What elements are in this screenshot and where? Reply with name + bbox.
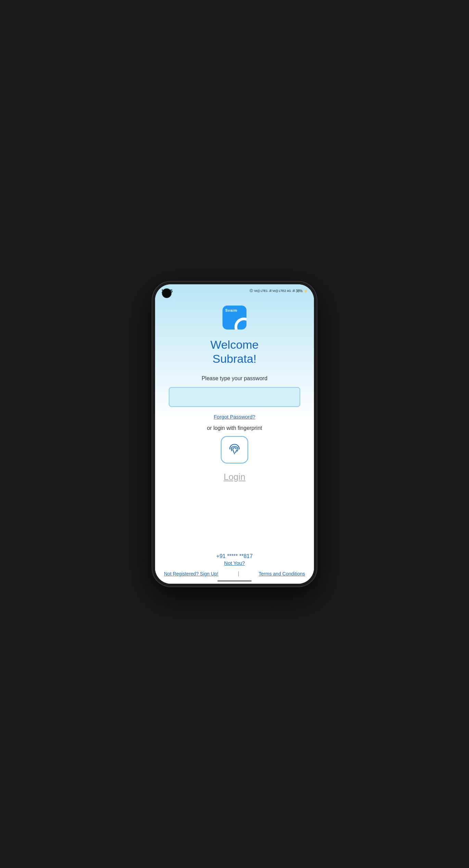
password-input[interactable] (169, 387, 300, 407)
welcome-title: Welcome Subrata! (210, 338, 258, 366)
welcome-line2: Subrata! (210, 352, 258, 366)
login-button[interactable]: Login (224, 472, 245, 482)
fingerprint-label: or login with fingerprint (207, 425, 262, 431)
app-screen: 13:05 Ⓒ Vo)) LTE1 .ill Vo)) LTE2 4G .ill… (155, 284, 314, 584)
bottom-divider: | (238, 571, 239, 577)
phone-screen: 13:05 Ⓒ Vo)) LTE1 .ill Vo)) LTE2 4G .ill… (155, 284, 314, 584)
not-you-link[interactable]: Not You? (224, 560, 245, 566)
fingerprint-icon (228, 442, 241, 457)
welcome-line1: Welcome (210, 338, 258, 352)
app-logo: Svaim (223, 306, 246, 330)
signal-text: Vo)) LTE1 .ill Vo)) LTE2 4G .ill (254, 289, 295, 293)
bottom-links: Not Registered? Sign Up! | Terms and Con… (161, 571, 308, 577)
password-section: Please type your password (155, 375, 314, 407)
bottom-section: +91 ***** **817 Not You? Not Registered?… (155, 553, 314, 584)
status-bar: 13:05 Ⓒ Vo)) LTE1 .ill Vo)) LTE2 4G .ill… (155, 284, 314, 295)
logo-s-shape (234, 318, 246, 330)
camera-hole (163, 289, 171, 297)
phone-device: 13:05 Ⓒ Vo)) LTE1 .ill Vo)) LTE2 4G .ill… (152, 282, 317, 586)
fingerprint-button[interactable] (221, 436, 248, 463)
fingerprint-section: or login with fingerprint (207, 425, 262, 463)
charging-icon: ⚡ (304, 289, 308, 293)
phone-number: +91 ***** **817 (216, 553, 253, 559)
welcome-section: Welcome Subrata! (210, 338, 258, 366)
logo-container: Svaim (223, 306, 246, 330)
password-label: Please type your password (202, 375, 267, 382)
status-icons: Ⓒ Vo)) LTE1 .ill Vo)) LTE2 4G .ill 38% ⚡ (250, 288, 308, 293)
brand-name: Svaim (225, 308, 237, 312)
forgot-password-link[interactable]: Forgot Password? (214, 414, 255, 420)
terms-conditions-link[interactable]: Terms and Conditions (259, 571, 305, 576)
signup-link[interactable]: Not Registered? Sign Up! (164, 571, 218, 576)
home-indicator (217, 580, 252, 582)
wifi-icon: Ⓒ (250, 288, 253, 293)
battery-icon: 38% (296, 289, 303, 293)
